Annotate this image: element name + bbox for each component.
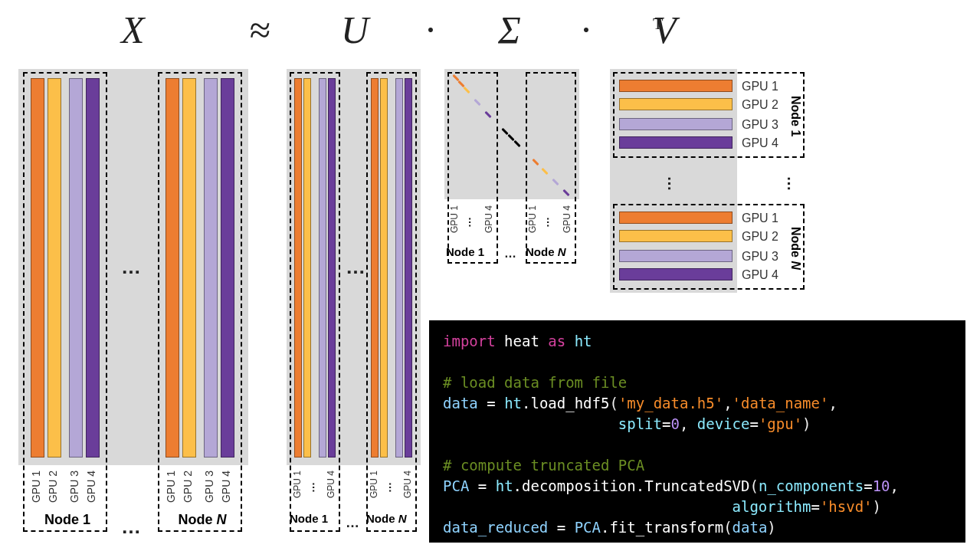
code-as: as [548,333,565,349]
vt-nN-gpu4: GPU 4 [742,268,778,282]
s-nodeN-label: Node N [526,245,566,258]
vt-nN-r2 [619,230,733,242]
x-nN-gpu4: GPU 4 [220,471,232,503]
s-nN-dots: … [545,217,557,228]
code-device: device [697,415,750,432]
code-import: import [443,333,496,349]
u-nN-gpu1: GPU 1 [369,471,379,498]
vt-nN-r3 [619,250,733,262]
code-decomp: decomposition [522,477,636,494]
x-n1-gpu1: GPU 1 [30,471,42,503]
u-ellipsis2: … [346,515,360,531]
x-nodeN-label: Node N [166,512,239,528]
u-n1-col1 [294,78,302,458]
code-fit: fit_transform [609,519,723,536]
u-nN-col4 [405,78,412,458]
code-load: load_hdf5 [530,395,609,412]
x-nN-col2 [182,78,196,458]
vt-nodeN-label: Node N [787,210,802,287]
vt-vdots-right: … [784,176,801,192]
x-nN-col1 [166,78,179,458]
vt-nN-gpu2: GPU 2 [742,230,778,244]
u-n1-col4 [328,78,336,458]
u-nodeN-label: Node N [366,512,407,525]
vt-node1-label: Node 1 [787,78,802,155]
vt-nN-r1 [619,212,733,224]
vt-n1-gpu3: GPU 3 [742,118,778,132]
u-n1-col2 [303,78,311,458]
s-node1-box [447,72,498,264]
code-ht2: ht [504,395,522,412]
code-algov: 'hsvd' [820,498,873,515]
x-n1-col4 [86,78,100,458]
s-node1-label: Node 1 [446,245,484,258]
code-data: data [443,395,478,412]
vt-n1-r4 [619,136,733,149]
equation-row: X ≈ U · Σ · VT [0,8,980,54]
code-ht: ht [575,333,592,349]
x-n1-col3 [69,78,83,458]
vt-n1-r3 [619,118,733,130]
code-heat: heat [504,333,539,349]
s-ellipsis: … [504,247,517,261]
x-n1-gpu3: GPU 3 [68,471,80,503]
x-nN-gpu3: GPU 3 [203,471,215,503]
code-ncomp: n_components [759,477,864,494]
code-pca: PCA [443,477,469,494]
x-n1-col2 [48,78,61,458]
code-splitv: 0 [670,415,679,432]
code-dset: 'data_name' [733,395,829,412]
code-block: import heat as ht # load data from file … [429,320,965,543]
code-pca2: PCA [575,519,601,536]
u-nN-col2 [380,78,388,458]
u-n1-gpu4: GPU 4 [326,471,336,498]
code-trsvd: TruncatedSVD [644,477,749,494]
code-ht3: ht [496,477,513,494]
x-nN-col4 [221,78,234,458]
x-n1-col1 [31,78,44,458]
s-nN-gpu1: GPU 1 [527,205,538,233]
sym-approx: ≈ [249,8,270,52]
sym-X: X [121,8,145,52]
u-n1-col3 [319,78,326,458]
x-ellipsis-bottom: … [121,515,142,539]
code-split: split [618,415,662,432]
code-algo: algorithm [733,498,811,515]
sym-dot2: · [581,8,591,52]
u-n1-gpu1: GPU 1 [292,471,303,498]
x-nN-col3 [204,78,218,458]
s-nN-gpu4: GPU 4 [562,205,572,233]
u-nN-dots: … [387,482,399,493]
s-n1-gpu4: GPU 4 [483,205,494,233]
vt-n1-gpu2: GPU 2 [742,98,778,112]
u-n1-dots: … [310,482,323,493]
sym-Vt: VT [653,8,663,52]
x-ellipsis: … [121,255,142,279]
sym-U: U [341,8,369,52]
vt-n1-r1 [619,80,733,92]
code-datar: data_reduced [443,519,548,536]
u-nN-col3 [395,78,403,458]
code-cmt2: # compute truncated PCA [443,457,644,474]
code-cmt1: # load data from file [443,374,627,391]
vt-n1-r2 [619,98,733,110]
vt-nN-r4 [619,268,733,280]
sym-Sigma: Σ [498,8,521,52]
code-data2: data [733,519,768,536]
x-node1-label: Node 1 [33,512,102,528]
x-n1-gpu4: GPU 4 [85,471,97,503]
u-nN-gpu4: GPU 4 [402,471,413,498]
vt-nN-gpu3: GPU 3 [742,250,778,264]
u-nN-col1 [371,78,379,458]
code-ncompv: 10 [873,477,890,494]
s-nodeN-box [526,72,576,264]
s-n1-dots: … [467,217,479,228]
s-n1-gpu1: GPU 1 [449,205,460,233]
x-nN-gpu1: GPU 1 [165,471,177,503]
sym-dot1: · [425,8,435,52]
vt-n1-gpu4: GPU 4 [742,136,778,150]
x-nN-gpu2: GPU 2 [182,471,194,503]
code-devicev: 'gpu' [759,415,802,432]
u-node1-label: Node 1 [290,512,328,525]
vt-n1-gpu1: GPU 1 [742,80,778,93]
